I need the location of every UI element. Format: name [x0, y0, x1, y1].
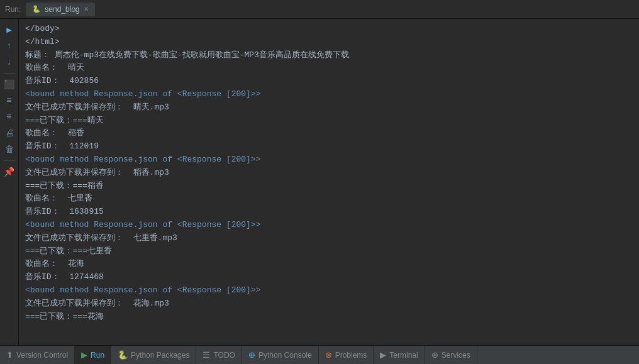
print-button[interactable]: 🖨 — [3, 126, 16, 140]
tab-label: Services — [442, 351, 470, 360]
bottom-tab-run[interactable]: ▶Run — [75, 346, 111, 364]
format-button[interactable]: ⬛ — [3, 77, 16, 91]
run-bar: Run: 🐍 send_blog ✕ — [0, 0, 639, 19]
console-line: 文件已成功下载并保存到： 花海.mp3 — [25, 297, 633, 311]
console-line: 歌曲名： 花海 — [25, 258, 633, 271]
run-tab-name: send_blog — [45, 5, 79, 14]
tab-label: Python Console — [258, 351, 312, 360]
console-line: 音乐ID： 1274468 — [25, 271, 633, 284]
tab-label: Version Control — [16, 351, 68, 360]
toolbar-divider-1 — [4, 73, 15, 74]
pin-button[interactable]: 📌 — [3, 165, 16, 179]
console-line: 歌曲名： 晴天 — [25, 62, 633, 75]
tab-label: TODO — [213, 351, 235, 360]
toolbar-divider-2 — [4, 160, 15, 161]
main-area: ▶ ↑ ↓ ⬛ ≡ ≡ 🖨 🗑 📌 </body></html>标题： 周杰伦-… — [0, 19, 639, 345]
up-button[interactable]: ↑ — [3, 39, 16, 53]
console-line: </body> — [25, 23, 633, 36]
bottom-tab-python-packages[interactable]: 🐍Python Packages — [111, 346, 196, 364]
tab-icon: ⬆ — [6, 350, 13, 360]
console-line: ===已下载：===七里香 — [25, 245, 633, 258]
console-line: 标题： 周杰伦-mp3在线免费下载-歌曲宝-找歌就用歌曲宝-MP3音乐高品质在线… — [25, 49, 633, 62]
tab-icon: ⊗ — [325, 350, 332, 360]
run-tab[interactable]: 🐍 send_blog ✕ — [26, 3, 94, 16]
bottom-bar: ⬆Version Control▶Run🐍Python Packages☰TOD… — [0, 345, 639, 364]
console-line: 音乐ID： 112019 — [25, 140, 633, 153]
console-line: <bound method Response.json of <Response… — [25, 219, 633, 232]
console-line: 文件已成功下载并保存到： 晴天.mp3 — [25, 101, 633, 114]
console-line: ===已下载：===花海 — [25, 311, 633, 324]
bottom-tab-terminal[interactable]: ▶Terminal — [374, 346, 425, 364]
down-button[interactable]: ↓ — [3, 55, 16, 69]
console-line: 文件已成功下载并保存到： 稻香.mp3 — [25, 167, 633, 180]
console-line: 歌曲名： 七里香 — [25, 192, 633, 206]
console-line: <bound method Response.json of <Response… — [25, 153, 633, 167]
tab-icon: ⊕ — [248, 350, 255, 360]
console-line: <bound method Response.json of <Response… — [25, 284, 633, 297]
console-output[interactable]: </body></html>标题： 周杰伦-mp3在线免费下载-歌曲宝-找歌就用… — [19, 19, 639, 345]
bottom-tab-version-control[interactable]: ⬆Version Control — [0, 346, 75, 364]
run-button[interactable]: ▶ — [3, 23, 16, 36]
console-line: <bound method Response.json of <Response… — [25, 88, 633, 101]
tab-icon: ▶ — [81, 350, 87, 360]
run-tab-icon: 🐍 — [32, 5, 41, 13]
console-line: ===已下载：===晴天 — [25, 114, 633, 128]
run-tab-close[interactable]: ✕ — [84, 6, 89, 13]
tab-icon: ⊕ — [431, 350, 438, 360]
console-line: 音乐ID： 402856 — [25, 75, 633, 88]
delete-button[interactable]: 🗑 — [3, 143, 16, 157]
tab-label: Python Packages — [131, 351, 189, 360]
tab-label: Terminal — [389, 351, 418, 360]
run-label: Run: — [5, 5, 21, 14]
menu1-button[interactable]: ≡ — [3, 94, 16, 108]
console-line: </html> — [25, 36, 633, 49]
menu2-button[interactable]: ≡ — [3, 110, 16, 124]
bottom-tab-python-console[interactable]: ⊕Python Console — [242, 346, 319, 364]
console-line: 音乐ID： 1638915 — [25, 206, 633, 219]
tab-icon: ▶ — [380, 350, 386, 360]
left-toolbar: ▶ ↑ ↓ ⬛ ≡ ≡ 🖨 🗑 📌 — [0, 19, 19, 345]
console-line: ===已下载：===稻香 — [25, 180, 633, 193]
console-line: 歌曲名： 稻香 — [25, 127, 633, 140]
console-line: 文件已成功下载并保存到： 七里香.mp3 — [25, 232, 633, 245]
tab-label: Problems — [335, 351, 367, 360]
bottom-tab-todo[interactable]: ☰TODO — [196, 346, 242, 364]
bottom-tab-services[interactable]: ⊕Services — [425, 346, 477, 364]
bottom-tab-problems[interactable]: ⊗Problems — [319, 346, 374, 364]
tab-icon: 🐍 — [118, 350, 128, 360]
tab-label: Run — [91, 351, 104, 360]
tab-icon: ☰ — [203, 350, 210, 360]
